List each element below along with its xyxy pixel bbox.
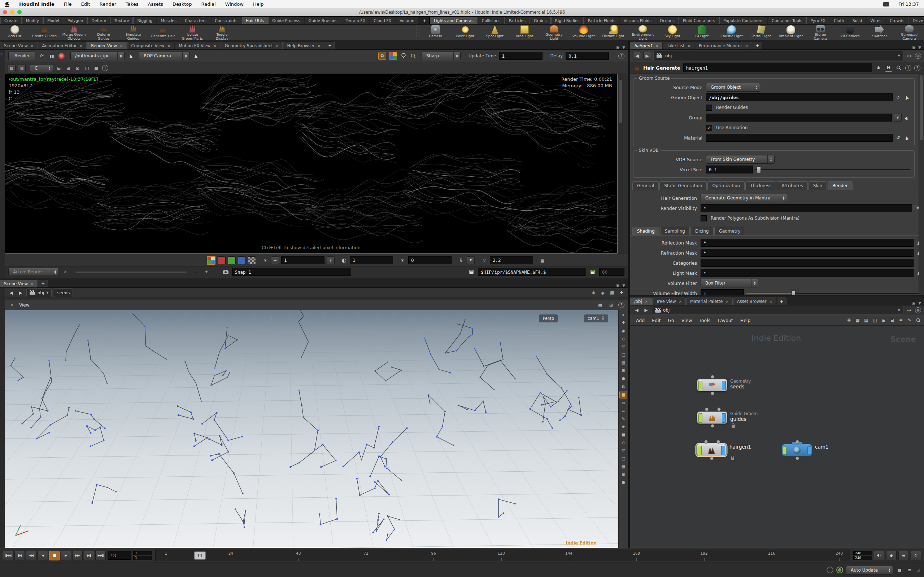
render-guides-checkbox[interactable] bbox=[706, 105, 712, 111]
close-icon[interactable]: ✕ bbox=[656, 44, 658, 48]
forward-icon[interactable]: ▶ bbox=[17, 289, 24, 297]
group-field[interactable] bbox=[706, 114, 892, 121]
persp-view-button[interactable]: Persp bbox=[539, 314, 558, 322]
pane-tab-motion-fx-view[interactable]: Motion FX View✕ bbox=[175, 42, 220, 49]
zoom-fit-icon[interactable]: ⊠ bbox=[74, 64, 81, 72]
network-menu-go[interactable]: Go bbox=[664, 316, 677, 324]
param-tab-static-generation[interactable]: Static Generation bbox=[659, 181, 707, 190]
menubar-item-render[interactable]: Render bbox=[100, 2, 116, 7]
network-menu-help[interactable]: Help bbox=[737, 316, 754, 324]
range-start-main[interactable]: 1 bbox=[133, 551, 152, 555]
viewport-tool-icon-16[interactable]: ◇ bbox=[620, 439, 627, 446]
rop-picker-icon[interactable]: ▲ bbox=[127, 52, 135, 60]
snapshot-name-field[interactable]: Snap 1 bbox=[232, 268, 351, 276]
param-tab-render[interactable]: Render bbox=[828, 181, 853, 190]
layout-single-icon[interactable]: ▤ bbox=[597, 301, 604, 309]
play-button[interactable]: ▶ bbox=[61, 551, 71, 561]
shelf-tool-gi-light[interactable]: GI Light bbox=[687, 24, 717, 40]
channel-green-button[interactable] bbox=[228, 256, 236, 264]
path-node-chip[interactable]: seeds bbox=[54, 288, 73, 297]
prev-key-button[interactable]: ▮◀ bbox=[15, 551, 25, 561]
viewport-tool-icon-17[interactable]: ▽ bbox=[620, 447, 627, 454]
range-start-sub[interactable]: 1 bbox=[133, 556, 152, 560]
shelf-tool-spot-light[interactable]: Spot Light bbox=[480, 24, 510, 40]
network-menu-add[interactable]: Add bbox=[632, 316, 648, 324]
shelf-tool-deform-guides[interactable]: Deform Guides bbox=[89, 24, 118, 40]
close-icon[interactable]: ✕ bbox=[679, 300, 682, 304]
go-end-button[interactable]: ▶▶▮ bbox=[95, 551, 106, 561]
scrollbar-thumb[interactable] bbox=[619, 80, 622, 123]
close-icon[interactable]: ✕ bbox=[645, 300, 648, 304]
volume-filter-menu[interactable]: Box Filter ▲▼ bbox=[701, 279, 758, 287]
shelf-tab-cloth[interactable]: Cloth bbox=[830, 17, 848, 24]
network-menu-layout[interactable]: Layout bbox=[714, 316, 737, 324]
shelf-tab-viscous-fluids[interactable]: Viscous Fluids bbox=[620, 17, 656, 24]
play-reverse-button[interactable]: ◀ bbox=[37, 551, 48, 561]
rop-selector[interactable]: /out/mantra_ipr ▲▼ bbox=[70, 52, 124, 60]
input-connector[interactable] bbox=[705, 408, 709, 411]
realtime-icon[interactable]: ↻ bbox=[911, 551, 921, 561]
shelf-tool-gamepad-camera[interactable]: Gamepad Camera bbox=[894, 24, 924, 40]
shelf-tab-create[interactable]: Create bbox=[0, 17, 22, 24]
shelf-tool-isolate-groom-parts[interactable]: Isolate Groom Parts bbox=[178, 24, 207, 40]
shelf-tab-particles[interactable]: Particles bbox=[505, 17, 530, 24]
shelf-tab-fluid-containers[interactable]: Fluid Containers bbox=[679, 17, 719, 24]
active-render-selector[interactable]: Active Render ▲▼ bbox=[8, 268, 59, 276]
viewport-tool-icon-11[interactable]: ⊠ bbox=[620, 400, 627, 406]
exposure-field[interactable]: 1 bbox=[281, 256, 325, 264]
zoom-in-icon[interactable]: + bbox=[203, 268, 210, 276]
slider-handle[interactable] bbox=[792, 290, 795, 295]
shelf-tool-distant-light[interactable]: Distant Light bbox=[598, 24, 628, 40]
viewport-tool-icon-13[interactable]: ✎ bbox=[620, 416, 627, 422]
status-dot-icon[interactable] bbox=[827, 567, 834, 574]
next-key-button[interactable]: ▶▮ bbox=[84, 551, 94, 561]
brightness-field[interactable]: 0 bbox=[408, 256, 452, 264]
help-icon[interactable]: ? bbox=[618, 53, 624, 59]
scrollbar-thumb[interactable] bbox=[920, 76, 923, 140]
shelf-tab-drive-simulation[interactable]: Drive Simulation bbox=[908, 17, 924, 24]
view-menu[interactable]: View bbox=[19, 303, 29, 308]
output-connector[interactable] bbox=[710, 456, 714, 460]
shelf-tool-portal-light[interactable]: Portal Light bbox=[746, 24, 776, 40]
revert-icon[interactable]: ↺ bbox=[894, 134, 901, 141]
exposure-plus-button[interactable]: + bbox=[327, 256, 334, 264]
node-name-field[interactable]: hairgen1 bbox=[683, 63, 872, 72]
audio-icon[interactable] bbox=[874, 551, 884, 561]
menubar-item-assets[interactable]: Assets bbox=[148, 2, 163, 7]
parameter-scrollbar[interactable] bbox=[919, 74, 924, 295]
snapshot-b-icon[interactable]: ▥ bbox=[18, 64, 26, 72]
viewport-tool-icon-1[interactable]: ✚ bbox=[620, 319, 627, 326]
pane-tab-help-browser[interactable]: Help Browser✕ bbox=[283, 42, 325, 49]
houdini-handle-icon[interactable]: H bbox=[885, 64, 892, 72]
voxel-size-slider[interactable] bbox=[755, 167, 910, 172]
net-forward-icon[interactable]: ▶ bbox=[643, 306, 650, 314]
render-visibility-field[interactable]: * bbox=[701, 204, 912, 212]
close-icon[interactable]: ✕ bbox=[213, 44, 216, 48]
stow-x-icon[interactable]: ✕ bbox=[8, 301, 16, 309]
layout-quad-icon[interactable]: ⊞ bbox=[607, 301, 615, 309]
menubar-item-desktop[interactable]: Desktop bbox=[173, 2, 192, 7]
pane-menu-icon[interactable]: ▣ bbox=[616, 284, 619, 287]
shelf-tab-particle-fluids[interactable]: Particle Fluids bbox=[584, 17, 619, 24]
shelf-tab-guide-brushes[interactable]: Guide Brushes bbox=[305, 17, 341, 24]
pane-tab-render-view[interactable]: Render View✕ bbox=[87, 42, 127, 49]
param-tab-hairgen1[interactable]: hairgen1✕ bbox=[630, 42, 662, 49]
network-tab-tree-view[interactable]: Tree View✕ bbox=[652, 298, 686, 305]
pane-stow-strip[interactable]: ▸ bbox=[0, 50, 5, 548]
close-icon[interactable]: ✕ bbox=[120, 44, 123, 48]
shelf-grip[interactable] bbox=[416, 26, 419, 39]
network-tool-icon-6[interactable]: ≡ bbox=[897, 317, 905, 324]
input-connector[interactable] bbox=[704, 440, 708, 443]
timeline-ruler[interactable]: 13 124487296120144168192216240 bbox=[155, 550, 850, 561]
shelf-tool-volume-light[interactable]: Volume Light bbox=[569, 24, 598, 40]
shelf-tab-crowds[interactable]: Crowds bbox=[886, 17, 908, 24]
shelf-tab-container-tools[interactable]: Container Tools bbox=[768, 17, 806, 24]
display-flag[interactable] bbox=[698, 446, 702, 455]
zoom-out-icon[interactable]: − bbox=[193, 268, 200, 276]
param-tab-skin[interactable]: Skin bbox=[809, 181, 827, 190]
render-flag[interactable] bbox=[722, 381, 726, 390]
network-zoom-icon[interactable] bbox=[914, 317, 922, 324]
categories-field[interactable] bbox=[701, 259, 914, 267]
path-root-chip[interactable]: obj ▼ bbox=[26, 288, 52, 297]
reflection-mask-field[interactable]: * bbox=[701, 239, 914, 247]
